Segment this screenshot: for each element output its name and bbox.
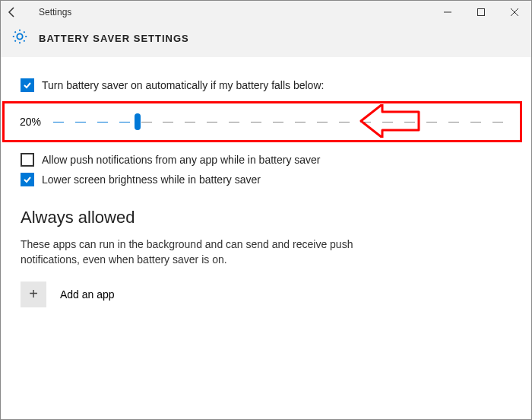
window-titlebar: Settings <box>1 1 531 24</box>
back-button[interactable] <box>1 1 24 24</box>
plus-icon: + <box>29 285 38 303</box>
svg-rect-1 <box>478 9 485 16</box>
add-app-label: Add an app <box>60 288 115 301</box>
threshold-slider-highlight: 20% <box>2 101 522 142</box>
allow-push-row: Allow push notifications from any app wh… <box>21 153 511 167</box>
add-app-button[interactable]: + <box>21 282 46 307</box>
lower-brightness-checkbox[interactable] <box>21 173 34 186</box>
page-header: BATTERY SAVER SETTINGS <box>1 24 531 57</box>
window-title: Settings <box>24 7 71 18</box>
threshold-slider[interactable] <box>53 114 503 129</box>
auto-on-row: Turn battery saver on automatically if m… <box>21 78 511 92</box>
slider-thumb[interactable] <box>135 113 141 130</box>
page-title: BATTERY SAVER SETTINGS <box>39 33 189 44</box>
maximize-button[interactable] <box>464 1 498 24</box>
arrow-annotation-icon <box>359 104 420 141</box>
minimize-button[interactable] <box>431 1 464 24</box>
auto-on-checkbox[interactable] <box>21 78 34 92</box>
gear-icon <box>11 28 28 48</box>
threshold-value-label: 20% <box>20 116 53 128</box>
auto-on-label: Turn battery saver on automatically if m… <box>42 79 324 91</box>
add-app-row: + Add an app <box>21 282 511 307</box>
always-allowed-description: These apps can run in the background and… <box>21 237 355 268</box>
lower-brightness-row: Lower screen brightness while in battery… <box>21 173 511 186</box>
lower-brightness-label: Lower screen brightness while in battery… <box>42 173 261 186</box>
allow-push-label: Allow push notifications from any app wh… <box>42 154 321 166</box>
allow-push-checkbox[interactable] <box>21 153 34 167</box>
always-allowed-heading: Always allowed <box>21 208 511 228</box>
close-button[interactable] <box>498 1 531 24</box>
content-area: Turn battery saver on automatically if m… <box>1 57 531 307</box>
